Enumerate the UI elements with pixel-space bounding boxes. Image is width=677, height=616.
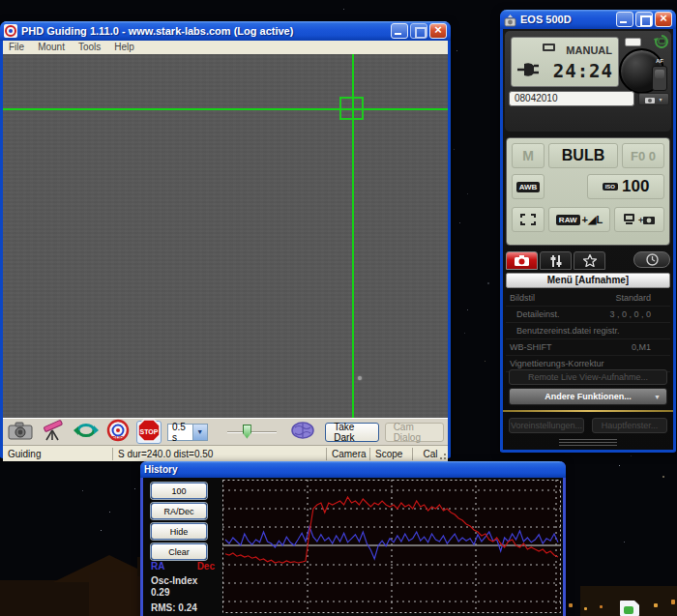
menu-item-benutzereinst[interactable]: Benutzereinst.datei registr. (506, 323, 670, 339)
eos-menu-list: Bildstil Standard Detaileinst. 3 , 0 , 0… (506, 290, 670, 372)
iso-button[interactable]: ISO 100 (587, 174, 664, 199)
phd-title-bar[interactable]: PHD Guiding 1.11.0 - www.stark-labs.com … (0, 21, 451, 41)
history-window-title: History (144, 464, 562, 475)
status-guide-info: S dur=240.0 dist=0.50 (113, 448, 327, 460)
phd-app-icon (4, 24, 17, 38)
guide-star (358, 376, 362, 380)
phd-target-icon: PHD (106, 419, 130, 446)
minimize-button[interactable] (391, 23, 408, 39)
other-functions-button[interactable]: Andere Funktionen... ▼ (509, 388, 667, 405)
street-light (569, 603, 573, 607)
resize-grip[interactable] (436, 450, 447, 460)
preferences-button: Voreinstellungen... (509, 418, 584, 433)
graph-legend: RA Dec (151, 561, 215, 572)
minimize-button[interactable] (616, 12, 633, 27)
chevron-down-icon: ▾ (659, 96, 662, 103)
metering-button[interactable] (512, 207, 545, 232)
star (109, 512, 110, 513)
hide-button[interactable]: Hide (151, 523, 207, 540)
series-dec (225, 497, 558, 563)
rms-value: RMS: 0.24 (151, 602, 197, 613)
status-mode: Guiding (3, 448, 113, 460)
maximize-button[interactable] (410, 23, 427, 39)
battery-icon (543, 44, 555, 51)
small-camera-icon (645, 96, 657, 103)
menu-help[interactable]: Help (114, 42, 134, 53)
camera-tab-icon (515, 255, 530, 266)
file-icon-art (624, 606, 633, 614)
eos-camera-panel: MANUAL 24:24 AF MF 08042010 ▾ (505, 31, 671, 132)
eos-menu-header: Menü [Aufnahme] (506, 273, 670, 288)
quality-button[interactable]: RAW +◢L (548, 207, 610, 232)
tab-setup[interactable] (540, 251, 572, 270)
destination-button[interactable]: + (614, 207, 664, 232)
star (464, 333, 465, 334)
loop-arrows-icon (74, 422, 99, 443)
guide-camera-view[interactable] (3, 54, 448, 418)
history-body: 100 RA/Dec Hide Clear RA Dec Osc-Index 0… (143, 478, 563, 613)
iso-value: 100 (622, 177, 649, 196)
eos-app-icon (504, 14, 516, 26)
stop-button[interactable]: STOP (136, 421, 162, 444)
crosshair-horizontal-line (3, 108, 448, 110)
stop-sign-icon: STOP (137, 419, 161, 446)
auto-select-star-button[interactable] (290, 421, 315, 444)
focus-switch-body[interactable] (652, 66, 667, 91)
exposure-duration-select[interactable]: 0.5 s ▼ (167, 424, 208, 441)
menu-item-bildstil[interactable]: Bildstil Standard (506, 290, 670, 307)
remote-live-view-button: Remote Live View-Aufnahme... (509, 369, 667, 385)
star (631, 455, 632, 456)
close-button[interactable] (429, 23, 447, 39)
bulb-timer-value: 24:24 (553, 60, 613, 81)
star (134, 488, 135, 489)
white-balance-button[interactable]: AWB (512, 174, 545, 199)
collapse-handle[interactable] (559, 439, 617, 446)
ra-dec-toggle-button[interactable]: RA/Dec (151, 503, 207, 519)
slider-thumb[interactable] (243, 425, 251, 439)
tab-shooting[interactable] (506, 251, 538, 270)
clear-button[interactable]: Clear (151, 543, 207, 560)
history-title-bar[interactable]: History (140, 461, 566, 478)
close-button[interactable] (655, 12, 672, 27)
menu-mount[interactable]: Mount (38, 42, 65, 53)
phd-guide-button[interactable]: PHD (105, 421, 131, 444)
filename-field[interactable]: 08042010 (509, 91, 634, 106)
scope-connect-button[interactable] (40, 421, 67, 444)
eos-title-bar[interactable]: EOS 500D (500, 10, 676, 29)
phd-window-title: PHD Guiding 1.11.0 - www.stark-labs.com … (21, 25, 387, 37)
cam-dialog-button: Cam Dialog (385, 423, 444, 442)
phd-guiding-window: PHD Guiding 1.11.0 - www.stark-labs.com … (0, 21, 451, 458)
street-light (671, 600, 675, 604)
eos-settings-lcd: M BULB F0 0 AWB ISO 100 RAW (506, 137, 670, 246)
menu-file[interactable]: File (9, 42, 24, 53)
take-dark-button[interactable]: Take Dark (325, 423, 378, 442)
gamma-slider[interactable] (227, 424, 277, 441)
raw-badge: RAW (556, 215, 580, 225)
osc-index-value: 0.29 (151, 587, 169, 598)
star (456, 50, 457, 51)
maximize-button[interactable] (635, 12, 653, 27)
chevron-down-icon[interactable]: ▼ (192, 425, 207, 440)
rotate-icon (652, 33, 671, 54)
desktop-file-icon[interactable] (620, 601, 639, 616)
guide-history-graph (222, 480, 561, 613)
loop-exposures-button[interactable] (73, 421, 100, 444)
aperture-button[interactable]: F0 0 (622, 143, 664, 168)
menu-tools[interactable]: Tools (78, 42, 101, 53)
mode-m-button[interactable]: M (512, 143, 545, 168)
street-light (584, 607, 587, 610)
phd-status-bar: Guiding S dur=240.0 dist=0.50 Camera Sco… (3, 445, 448, 461)
length-100-button[interactable]: 100 (151, 483, 207, 499)
star (343, 9, 344, 10)
menu-item-detaileinst[interactable]: Detaileinst. 3 , 0 , 0 , 0 (506, 307, 670, 323)
osc-index-label: Osc-Index (151, 575, 197, 586)
camera-settings-dropdown[interactable]: ▾ (638, 93, 669, 105)
shutter-speed-button[interactable]: BULB (548, 143, 618, 168)
star (467, 309, 468, 310)
chevron-down-icon: ▼ (654, 394, 661, 400)
timer-shooting-button[interactable] (633, 251, 670, 268)
menu-item-wb-shift[interactable]: WB-SHIFT 0,M1 (506, 339, 670, 356)
camera-connect-button[interactable] (7, 421, 34, 444)
brain-icon (291, 422, 314, 443)
tab-my-menu[interactable] (574, 251, 605, 270)
